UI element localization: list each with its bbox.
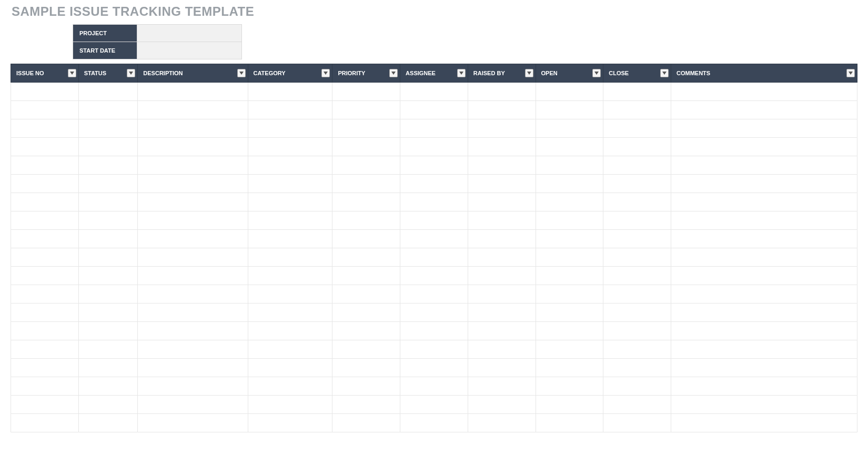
cell-category[interactable] — [248, 359, 332, 377]
cell-priority[interactable] — [332, 359, 400, 377]
cell-comments[interactable] — [671, 248, 857, 267]
cell-raised_by[interactable] — [468, 156, 536, 175]
cell-raised_by[interactable] — [468, 138, 536, 156]
cell-status[interactable] — [78, 414, 138, 432]
cell-assignee[interactable] — [400, 377, 468, 396]
cell-assignee[interactable] — [400, 304, 468, 322]
cell-close[interactable] — [603, 211, 671, 230]
cell-category[interactable] — [248, 101, 332, 119]
cell-comments[interactable] — [671, 396, 857, 414]
cell-comments[interactable] — [671, 285, 857, 304]
cell-assignee[interactable] — [400, 156, 468, 175]
cell-close[interactable] — [603, 193, 671, 211]
cell-close[interactable] — [603, 285, 671, 304]
cell-issue_no[interactable] — [11, 156, 79, 175]
cell-category[interactable] — [248, 267, 332, 285]
cell-assignee[interactable] — [400, 267, 468, 285]
cell-comments[interactable] — [671, 267, 857, 285]
cell-issue_no[interactable] — [11, 414, 79, 432]
cell-open[interactable] — [536, 156, 603, 175]
cell-priority[interactable] — [332, 377, 400, 396]
cell-issue_no[interactable] — [11, 340, 79, 359]
cell-assignee[interactable] — [400, 83, 468, 101]
cell-priority[interactable] — [332, 322, 400, 340]
cell-priority[interactable] — [332, 248, 400, 267]
cell-issue_no[interactable] — [11, 359, 79, 377]
cell-open[interactable] — [536, 340, 603, 359]
cell-assignee[interactable] — [400, 193, 468, 211]
cell-assignee[interactable] — [400, 359, 468, 377]
cell-status[interactable] — [78, 377, 138, 396]
filter-dropdown-icon[interactable] — [457, 69, 466, 77]
cell-issue_no[interactable] — [11, 83, 79, 101]
cell-assignee[interactable] — [400, 414, 468, 432]
cell-priority[interactable] — [332, 285, 400, 304]
cell-open[interactable] — [536, 175, 603, 193]
cell-description[interactable] — [138, 322, 248, 340]
cell-category[interactable] — [248, 285, 332, 304]
cell-status[interactable] — [78, 359, 138, 377]
cell-description[interactable] — [138, 267, 248, 285]
cell-assignee[interactable] — [400, 340, 468, 359]
cell-comments[interactable] — [671, 304, 857, 322]
cell-open[interactable] — [536, 359, 603, 377]
cell-close[interactable] — [603, 156, 671, 175]
cell-category[interactable] — [248, 230, 332, 248]
cell-description[interactable] — [138, 211, 248, 230]
cell-assignee[interactable] — [400, 248, 468, 267]
cell-comments[interactable] — [671, 322, 857, 340]
cell-issue_no[interactable] — [11, 175, 79, 193]
cell-category[interactable] — [248, 322, 332, 340]
cell-priority[interactable] — [332, 396, 400, 414]
cell-assignee[interactable] — [400, 101, 468, 119]
cell-category[interactable] — [248, 248, 332, 267]
cell-raised_by[interactable] — [468, 340, 536, 359]
cell-category[interactable] — [248, 414, 332, 432]
cell-description[interactable] — [138, 359, 248, 377]
cell-issue_no[interactable] — [11, 230, 79, 248]
cell-description[interactable] — [138, 193, 248, 211]
filter-dropdown-icon[interactable] — [127, 69, 135, 77]
cell-raised_by[interactable] — [468, 285, 536, 304]
cell-priority[interactable] — [332, 83, 400, 101]
cell-assignee[interactable] — [400, 322, 468, 340]
cell-category[interactable] — [248, 396, 332, 414]
cell-status[interactable] — [78, 248, 138, 267]
cell-description[interactable] — [138, 377, 248, 396]
cell-status[interactable] — [78, 156, 138, 175]
cell-issue_no[interactable] — [11, 285, 79, 304]
cell-raised_by[interactable] — [468, 322, 536, 340]
cell-assignee[interactable] — [400, 138, 468, 156]
cell-priority[interactable] — [332, 340, 400, 359]
cell-close[interactable] — [603, 138, 671, 156]
cell-issue_no[interactable] — [11, 193, 79, 211]
cell-close[interactable] — [603, 83, 671, 101]
cell-close[interactable] — [603, 267, 671, 285]
cell-close[interactable] — [603, 377, 671, 396]
cell-description[interactable] — [138, 119, 248, 138]
cell-category[interactable] — [248, 211, 332, 230]
cell-priority[interactable] — [332, 138, 400, 156]
cell-issue_no[interactable] — [11, 119, 79, 138]
cell-comments[interactable] — [671, 156, 857, 175]
filter-dropdown-icon[interactable] — [525, 69, 533, 77]
cell-status[interactable] — [78, 211, 138, 230]
cell-status[interactable] — [78, 322, 138, 340]
cell-open[interactable] — [536, 396, 603, 414]
cell-status[interactable] — [78, 83, 138, 101]
cell-priority[interactable] — [332, 304, 400, 322]
cell-issue_no[interactable] — [11, 248, 79, 267]
cell-issue_no[interactable] — [11, 267, 79, 285]
cell-category[interactable] — [248, 175, 332, 193]
cell-description[interactable] — [138, 175, 248, 193]
project-value-cell[interactable] — [137, 25, 242, 42]
cell-open[interactable] — [536, 377, 603, 396]
cell-open[interactable] — [536, 248, 603, 267]
cell-raised_by[interactable] — [468, 359, 536, 377]
cell-status[interactable] — [78, 101, 138, 119]
cell-raised_by[interactable] — [468, 83, 536, 101]
cell-status[interactable] — [78, 193, 138, 211]
cell-category[interactable] — [248, 156, 332, 175]
cell-status[interactable] — [78, 340, 138, 359]
cell-open[interactable] — [536, 193, 603, 211]
